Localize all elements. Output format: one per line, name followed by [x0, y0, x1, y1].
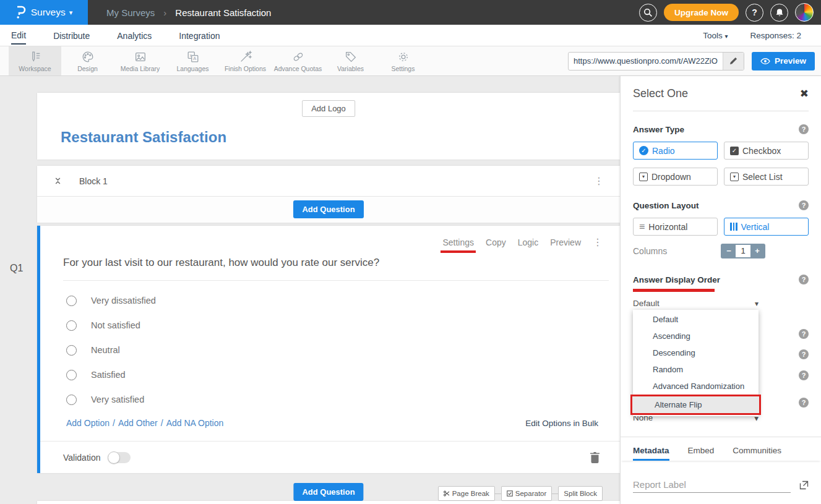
app-logo-menu[interactable]: Surveys ▾: [0, 0, 88, 25]
question-card: Settings Copy Logic Preview ⋮ For your l…: [37, 226, 620, 473]
survey-title[interactable]: Restaurant Satisfaction: [61, 129, 226, 146]
separator-button[interactable]: Separator: [501, 486, 552, 501]
nav-tab-integration[interactable]: Integration: [179, 27, 220, 44]
toolbar-workspace[interactable]: Workspace: [9, 46, 61, 75]
delete-question-button[interactable]: [590, 452, 600, 463]
menu-item-ascending[interactable]: Ascending: [633, 328, 759, 344]
help-icon[interactable]: ?: [799, 124, 809, 134]
panel-tab-metadata[interactable]: Metadata: [633, 446, 669, 461]
close-icon[interactable]: ✖: [800, 87, 809, 100]
answer-option-row[interactable]: Very satisfied: [66, 387, 620, 412]
help-icon[interactable]: ?: [799, 329, 809, 339]
add-question-button-bottom[interactable]: Add Question: [293, 483, 363, 501]
breadcrumb-my-surveys[interactable]: My Surveys: [106, 7, 155, 18]
collapse-block-icon[interactable]: [53, 176, 62, 186]
answer-type-checkbox[interactable]: ✓Checkbox: [724, 142, 809, 160]
survey-url-field[interactable]: [568, 52, 744, 70]
workspace-icon: [28, 50, 42, 64]
menu-item-random[interactable]: Random: [633, 361, 759, 378]
help-icon[interactable]: ?: [799, 349, 809, 359]
split-block-button[interactable]: Split Block: [558, 486, 603, 501]
survey-url-input[interactable]: [569, 53, 723, 70]
answer-option-row[interactable]: Not satisfied: [66, 313, 620, 338]
menu-item-descending[interactable]: Descending: [633, 344, 759, 361]
question-tab-logic[interactable]: Logic: [518, 237, 538, 247]
decrement-button[interactable]: −: [722, 245, 736, 257]
panel-tab-communities[interactable]: Communities: [733, 446, 781, 461]
responses-count[interactable]: Responses: 2: [750, 31, 801, 40]
block-more-options-icon[interactable]: ⋮: [594, 175, 604, 187]
answer-type-label: Answer Type: [633, 125, 684, 134]
nav-tab-distribute[interactable]: Distribute: [53, 27, 90, 44]
radio-button-icon[interactable]: [66, 320, 77, 331]
upgrade-now-button[interactable]: Upgrade Now: [664, 4, 739, 21]
chevron-down-icon: ▾: [755, 299, 759, 308]
toolbar-variables[interactable]: Variables: [324, 46, 377, 75]
add-other-link[interactable]: Add Other: [118, 418, 158, 428]
edit-url-button[interactable]: [723, 53, 744, 70]
expand-icon[interactable]: [799, 481, 809, 490]
question-tab-preview[interactable]: Preview: [550, 237, 581, 247]
questionpro-logo-icon: [15, 6, 26, 19]
answer-type-dropdown[interactable]: ▾Dropdown: [633, 168, 718, 186]
question-more-options-icon[interactable]: ⋮: [593, 236, 603, 248]
answer-display-order-menu: Default Ascending Descending Random Adva…: [633, 310, 759, 416]
block-title[interactable]: Block 1: [79, 176, 108, 186]
link-separator: /: [113, 418, 115, 428]
tools-menu[interactable]: Tools ▾: [703, 31, 728, 40]
preview-button[interactable]: Preview: [752, 52, 815, 70]
answer-display-order-select[interactable]: Default ▾: [633, 299, 759, 308]
magic-wand-icon: [239, 50, 252, 64]
page-break-button[interactable]: Page Break: [438, 486, 495, 501]
horizontal-lines-icon: ≡: [639, 222, 645, 232]
columns-value[interactable]: 1: [736, 245, 750, 257]
help-icon[interactable]: ?: [799, 275, 809, 284]
connector-line: [552, 493, 558, 494]
question-text[interactable]: For your last visit to our restaurant, h…: [63, 257, 608, 269]
user-avatar[interactable]: [795, 3, 814, 22]
toolbar-settings[interactable]: Settings: [377, 46, 429, 75]
add-logo-button[interactable]: Add Logo: [302, 100, 355, 117]
help-icon[interactable]: ?: [799, 398, 809, 408]
answer-type-select-list[interactable]: ▾Select List: [724, 168, 809, 186]
radio-button-icon[interactable]: [66, 370, 77, 380]
menu-item-advanced-randomization[interactable]: Advanced Randomization: [633, 378, 759, 395]
layout-vertical[interactable]: Vertical: [724, 218, 809, 236]
answer-option-row[interactable]: Neutral: [66, 338, 620, 362]
report-label-input[interactable]: [633, 477, 791, 493]
nav-tab-edit[interactable]: Edit: [11, 26, 26, 45]
increment-button[interactable]: +: [750, 245, 764, 257]
toolbar-advance-quotas[interactable]: Advance Quotas: [272, 46, 324, 75]
chevron-down-icon: ▾: [69, 9, 73, 17]
help-icon[interactable]: ?: [799, 200, 809, 210]
notifications-button[interactable]: [770, 4, 788, 22]
radio-button-icon[interactable]: [66, 296, 77, 306]
add-option-link[interactable]: Add Option: [66, 418, 110, 428]
edit-options-in-bulk-link[interactable]: Edit Options in Bulk: [525, 419, 598, 428]
search-button[interactable]: [639, 4, 657, 22]
answer-type-radio[interactable]: ✓Radio: [633, 142, 718, 160]
layout-horizontal[interactable]: ≡Horizontal: [633, 218, 718, 236]
nav-tab-analytics[interactable]: Analytics: [117, 27, 152, 44]
toolbar-languages[interactable]: Ax Languages: [166, 46, 219, 75]
image-icon: [134, 50, 147, 64]
answer-option-row[interactable]: Satisfied: [66, 362, 620, 387]
chain-links-icon: [291, 50, 305, 64]
toolbar-media-library[interactable]: Media Library: [114, 46, 166, 75]
add-na-option-link[interactable]: Add NA Option: [166, 418, 224, 428]
validation-toggle[interactable]: [108, 452, 131, 463]
menu-item-default[interactable]: Default: [633, 311, 759, 328]
panel-tab-embed[interactable]: Embed: [688, 446, 715, 461]
question-tab-settings[interactable]: Settings: [442, 237, 474, 247]
question-tab-copy[interactable]: Copy: [486, 237, 506, 247]
help-button[interactable]: ?: [746, 4, 763, 22]
help-icon[interactable]: ?: [799, 370, 809, 380]
add-question-button-top[interactable]: Add Question: [293, 200, 363, 218]
answer-option-row[interactable]: Very dissatisfied: [66, 288, 620, 313]
toolbar-design[interactable]: Design: [61, 46, 114, 75]
menu-item-alternate-flip[interactable]: Alternate Flip: [632, 396, 759, 413]
divider: [63, 280, 609, 281]
radio-button-icon[interactable]: [66, 395, 77, 405]
toolbar-finish-options[interactable]: Finish Options: [219, 46, 272, 75]
radio-button-icon[interactable]: [66, 345, 77, 356]
